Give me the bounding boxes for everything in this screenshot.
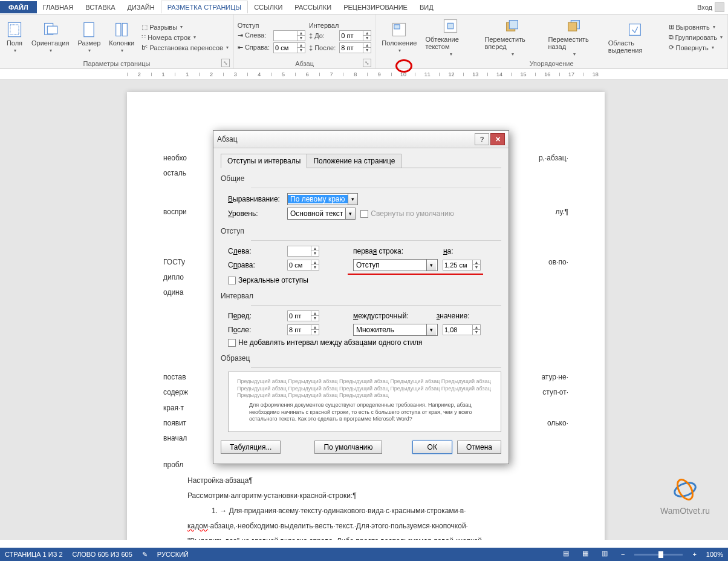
hyphen-icon: bᶜ bbox=[141, 44, 148, 51]
tab-design[interactable]: ДИЗАЙН bbox=[121, 1, 160, 13]
zoom-out-button[interactable]: − bbox=[621, 551, 625, 558]
level-label: Уровень: bbox=[228, 209, 282, 218]
tab-file[interactable]: ФАЙЛ bbox=[0, 1, 37, 13]
selection-pane-button[interactable]: Область выделения bbox=[606, 20, 664, 55]
svg-rect-6 bbox=[122, 24, 127, 36]
status-words[interactable]: СЛОВО 605 ИЗ 605 bbox=[73, 551, 132, 558]
position-button[interactable]: Положение▾ bbox=[379, 20, 419, 54]
before-label: Перед: bbox=[228, 312, 282, 320]
print-layout-icon[interactable]: ▦ bbox=[582, 550, 592, 559]
group-button[interactable]: ⧉Группировать▾ bbox=[668, 33, 724, 42]
linespacing-label: междустрочный: bbox=[353, 312, 409, 320]
web-layout-icon[interactable]: ▥ bbox=[602, 550, 611, 559]
paragraph-group-label: Абзац⤡ bbox=[238, 59, 371, 67]
page-setup-group-label: Параметры страницы⤡ bbox=[4, 59, 230, 67]
svg-point-17 bbox=[674, 477, 695, 502]
value-input[interactable]: ▲▼ bbox=[443, 324, 481, 335]
send-backward-button[interactable]: Переместить назад▾ bbox=[545, 16, 602, 58]
wrap-text-button[interactable]: Обтекание текстом▾ bbox=[423, 16, 478, 58]
dialog-help-button[interactable]: ? bbox=[475, 133, 489, 145]
rotate-button[interactable]: ⟳Повернуть▾ bbox=[668, 43, 724, 52]
read-mode-icon[interactable]: ▤ bbox=[563, 550, 573, 559]
status-lang[interactable]: РУССКИЙ bbox=[157, 551, 189, 558]
rotate-icon: ⟳ bbox=[669, 44, 674, 51]
tab-view[interactable]: ВИД bbox=[414, 1, 440, 13]
value-label: значение: bbox=[437, 312, 470, 320]
indent-right-spinner[interactable]: ▲▼ bbox=[273, 42, 305, 53]
after-input[interactable]: ▲▼ bbox=[287, 324, 319, 335]
svg-rect-5 bbox=[116, 24, 121, 36]
zoom-level[interactable]: 100% bbox=[706, 551, 723, 558]
indent-right-icon: ⇤ bbox=[238, 44, 243, 51]
paragraph-launcher[interactable]: ⤡ bbox=[363, 59, 371, 67]
general-label: Общие bbox=[221, 174, 501, 185]
default-button[interactable]: По умолчанию bbox=[314, 441, 382, 454]
login-link[interactable]: Вход bbox=[697, 4, 712, 11]
spacing-after-spinner[interactable]: ▲▼ bbox=[339, 42, 371, 53]
spacing-after-icon: ‡ bbox=[309, 44, 313, 51]
firstline-combo[interactable]: Отступ▾ bbox=[353, 259, 438, 271]
horizontal-ruler[interactable]: 21 12 34 56 78 910 1112 1314 1516 1718 bbox=[0, 69, 728, 80]
indent-right-input[interactable]: ▲▼ bbox=[287, 260, 319, 271]
margins-button[interactable]: Поля▾ bbox=[4, 20, 25, 54]
spacing-label: Интервал bbox=[221, 292, 501, 303]
mirror-checkbox[interactable]: Зеркальные отступы bbox=[228, 276, 308, 284]
dialog-title: Абзац bbox=[217, 135, 473, 143]
tab-references[interactable]: ССЫЛКИ bbox=[248, 1, 288, 13]
indent-left-input[interactable]: ▲▼ bbox=[287, 246, 319, 257]
columns-button[interactable]: Колонки▾ bbox=[106, 20, 137, 54]
collapsed-checkbox: Свернуты по умолчанию bbox=[360, 209, 453, 218]
align-icon: ⊞ bbox=[669, 23, 674, 31]
by-input[interactable]: ▲▼ bbox=[443, 260, 481, 271]
indent-header: Отступ bbox=[238, 22, 305, 29]
tab-review[interactable]: РЕЦЕНЗИРОВАНИЕ bbox=[337, 1, 414, 13]
user-avatar-icon[interactable] bbox=[715, 2, 724, 12]
ok-button[interactable]: ОК bbox=[412, 441, 452, 454]
hyphenation-button[interactable]: bᶜРасстановка переносов▾ bbox=[140, 43, 230, 52]
indent-right-label: Справа: bbox=[228, 261, 282, 269]
svg-rect-12 bbox=[509, 21, 518, 29]
zoom-slider[interactable] bbox=[634, 554, 683, 556]
spacing-header: Интервал bbox=[309, 22, 371, 29]
line-numbers-button[interactable]: ∷Номера строк▾ bbox=[140, 33, 230, 42]
breaks-button[interactable]: ⬚Разрывы▾ bbox=[140, 22, 230, 31]
nospace-checkbox[interactable]: Не добавлять интервал между абзацами одн… bbox=[228, 338, 423, 347]
linespacing-combo[interactable]: Множитель▾ bbox=[353, 324, 438, 336]
indent-label: Отступ bbox=[221, 227, 501, 238]
bring-forward-button[interactable]: Переместить вперед▾ bbox=[482, 16, 542, 58]
dialog-titlebar[interactable]: Абзац ? ✕ bbox=[213, 131, 509, 148]
dialog-tab-indents[interactable]: Отступы и интервалы bbox=[221, 154, 307, 168]
ribbon: Поля▾ Ориентация▾ Размер▾ Колонки▾ ⬚Разр… bbox=[0, 15, 728, 69]
page-setup-launcher[interactable]: ⤡ bbox=[221, 59, 230, 67]
spacing-before-spinner[interactable]: ▲▼ bbox=[339, 30, 371, 41]
cancel-button[interactable]: Отмена bbox=[457, 441, 501, 454]
align-button[interactable]: ⊞Выровнять▾ bbox=[668, 22, 724, 31]
zoom-in-button[interactable]: + bbox=[692, 551, 696, 558]
by-label: на: bbox=[443, 247, 453, 255]
svg-rect-3 bbox=[48, 26, 57, 34]
level-combo[interactable]: Основной текст▾ bbox=[287, 208, 356, 220]
orientation-button[interactable]: Ориентация▾ bbox=[29, 20, 71, 54]
tab-mailings[interactable]: РАССЫЛКИ bbox=[288, 1, 337, 13]
before-input[interactable]: ▲▼ bbox=[287, 310, 319, 321]
dialog-close-button[interactable]: ✕ bbox=[490, 133, 505, 145]
numbers-icon: ∷ bbox=[141, 33, 146, 41]
indent-left-spinner[interactable]: ▲▼ bbox=[273, 30, 305, 41]
proofing-icon[interactable]: ✎ bbox=[142, 551, 148, 559]
spacing-before-icon: ‡ bbox=[309, 32, 313, 39]
svg-rect-15 bbox=[629, 24, 640, 35]
tab-insert[interactable]: ВСТАВКА bbox=[79, 1, 121, 13]
tab-home[interactable]: ГЛАВНАЯ bbox=[37, 1, 79, 13]
indent-left-icon: ⇥ bbox=[238, 31, 243, 39]
size-button[interactable]: Размер▾ bbox=[75, 20, 103, 54]
ribbon-tabs: ФАЙЛ ГЛАВНАЯ ВСТАВКА ДИЗАЙН РАЗМЕТКА СТР… bbox=[0, 0, 728, 15]
dialog-tab-position[interactable]: Положение на странице bbox=[307, 154, 401, 168]
svg-rect-4 bbox=[84, 22, 94, 36]
tabs-button[interactable]: Табуляция... bbox=[221, 441, 281, 454]
breaks-icon: ⬚ bbox=[141, 23, 148, 31]
tab-layout[interactable]: РАЗМЕТКА СТРАНИЦЫ bbox=[161, 1, 248, 13]
svg-rect-10 bbox=[448, 23, 453, 28]
alignment-combo[interactable]: По левому краю▾ bbox=[287, 193, 358, 205]
status-page[interactable]: СТРАНИЦА 1 ИЗ 2 bbox=[5, 551, 63, 558]
svg-rect-14 bbox=[568, 22, 577, 31]
